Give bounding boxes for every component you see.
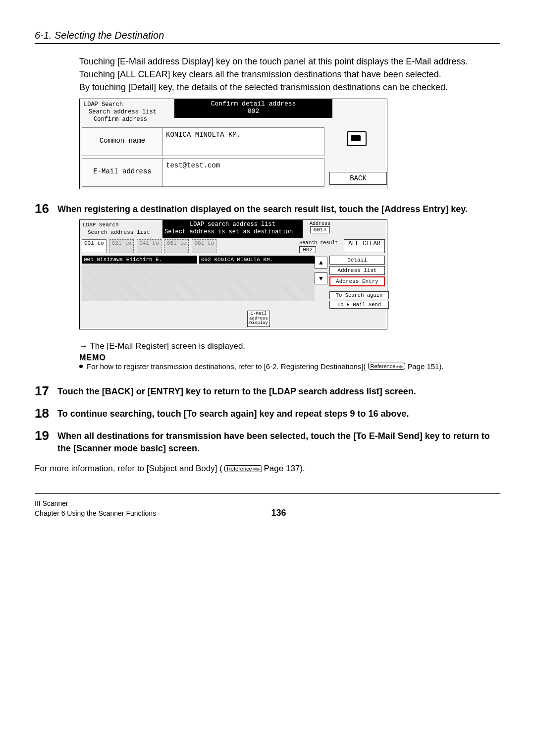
panel1-right: BACK: [326, 125, 387, 189]
footer-l1: III Scanner: [35, 499, 156, 509]
step-19-number: 19: [35, 428, 57, 443]
result-list-filler: [82, 265, 315, 301]
panel2-bottom: E-Mail address Display: [80, 311, 387, 328]
header-rule: [35, 43, 500, 44]
step-16-text: When registering a destination displayed…: [57, 201, 468, 216]
page-btn-041[interactable]: 041 to: [137, 239, 161, 253]
address-entry-button[interactable]: Address Entry: [329, 276, 385, 286]
bc-line-2: Search address list: [84, 108, 170, 116]
step-18: 18 To continue searching, touch [To sear…: [35, 406, 500, 421]
email-value: test@test.com: [163, 159, 324, 186]
step16-result-note: → The [E-Mail Register] screen is displa…: [79, 341, 500, 351]
search-result-label: Search result: [299, 240, 338, 246]
page-btn-061[interactable]: 061 to: [164, 239, 189, 253]
side-buttons: Detail Address list Address Entry To Sea…: [329, 256, 385, 309]
panel1-body: Common name KONICA MINOLTA KM. E-Mail ad…: [80, 125, 387, 189]
final-reference-line: For more information, refer to [Subject …: [35, 464, 500, 474]
common-name-label: Common name: [82, 128, 163, 156]
memo-heading: MEMO: [79, 353, 500, 362]
footer-rule: [35, 493, 500, 494]
section-title: 6-1. Selecting the Destination: [35, 30, 500, 41]
footer-l2: Chapter 6 Using the Scanner Functions: [35, 509, 156, 519]
panel2-header: LDAP Search Search address list LDAP sea…: [80, 220, 387, 238]
panel1-title: Confirm detail address 002: [174, 99, 332, 118]
step-17: 17 Touch the [BACK] or [ENTRY] key to re…: [35, 383, 500, 399]
step-16-number: 16: [35, 201, 57, 216]
common-name-value: KONICA MINOLTA KM.: [163, 128, 324, 156]
memo-text-a: For how to register transmission destina…: [87, 362, 366, 371]
page-btn-081[interactable]: 081 to: [192, 239, 216, 253]
p2-bc-2: Search address list: [83, 229, 160, 236]
result-002[interactable]: 002 KONICA MINOLTA KM.: [199, 256, 315, 264]
panel1-header: LDAP Search Search address list Confirm …: [80, 99, 387, 125]
panel2-title: LDAP search address list Select address …: [162, 220, 303, 238]
result-001[interactable]: 001 Nisizawa Eiichiro E.: [82, 256, 197, 264]
to-search-again-button[interactable]: To Search again: [329, 291, 389, 299]
intro-line-1: Touching [E-Mail address Display] key on…: [79, 56, 468, 66]
final-a: For more information, refer to [Subject …: [35, 464, 222, 474]
step-17-text: Touch the [BACK] or [ENTRY] key to retur…: [57, 383, 416, 398]
detail-button[interactable]: Detail: [329, 256, 385, 265]
address-tag-value: 001#: [310, 226, 330, 233]
panel2-main: 001 Nisizawa Eiichiro E. 002 KONICA MINO…: [80, 255, 387, 311]
panel2-title-1: LDAP search address list: [164, 221, 301, 228]
ldap-list-panel: LDAP Search Search address list LDAP sea…: [79, 219, 387, 329]
panel2-title-2: Select address is set as destination: [164, 228, 301, 236]
intro-line-3: By touching [Detail] key, the details of…: [79, 82, 448, 92]
confirm-detail-panel: LDAP Search Search address list Confirm …: [79, 99, 387, 189]
search-result-block: Search result 002: [299, 239, 338, 253]
scroll-arrows: ▲ ▼: [315, 256, 329, 309]
step-19: 19 When all destinations for transmissio…: [35, 428, 500, 455]
step-18-text: To continue searching, touch [To search …: [57, 406, 409, 420]
result-list: 001 Nisizawa Eiichiro E. 002 KONICA MINO…: [82, 256, 315, 309]
panel1-breadcrumb: LDAP Search Search address list Confirm …: [80, 99, 174, 125]
monitor-icon: [347, 131, 367, 146]
intro-line-2: Touching [ALL CLEAR] key clears all the …: [79, 69, 441, 79]
reference-badge: Reference: [368, 363, 406, 370]
panel1-title-2: 002: [174, 108, 332, 115]
panel2-breadcrumb: LDAP Search Search address list: [80, 220, 162, 237]
panel1-left: Common name KONICA MINOLTA KM. E-Mail ad…: [80, 125, 326, 189]
step-17-number: 17: [35, 383, 57, 399]
page-btn-021[interactable]: 021 to: [109, 239, 134, 253]
all-clear-button[interactable]: ALL CLEAR: [344, 239, 385, 253]
search-result-value: 002: [299, 246, 316, 253]
step-18-number: 18: [35, 406, 57, 421]
scroll-up-icon[interactable]: ▲: [315, 257, 327, 269]
footer-page-number: 136: [271, 508, 286, 518]
to-email-send-button[interactable]: To E-Mail Send: [329, 301, 389, 309]
page-root: 6-1. Selecting the Destination Touching …: [0, 0, 535, 538]
address-tag-label: Address: [303, 221, 337, 226]
step-19-text: When all destinations for transmission h…: [57, 428, 500, 455]
email-label: E-Mail address: [82, 159, 163, 186]
page-footer: III Scanner Chapter 6 Using the Scanner …: [35, 499, 500, 518]
intro-block: Touching [E-Mail address Display] key on…: [79, 55, 500, 94]
reference-badge-2: Reference: [224, 465, 262, 472]
address-tag: Address 001#: [303, 220, 337, 233]
email-row: E-Mail address test@test.com: [82, 158, 324, 187]
footer-left: III Scanner Chapter 6 Using the Scanner …: [35, 499, 156, 518]
p2-bc-1: LDAP Search: [83, 221, 160, 228]
back-button[interactable]: BACK: [329, 172, 387, 185]
address-list-button[interactable]: Address list: [329, 266, 385, 275]
result-row: 001 Nisizawa Eiichiro E. 002 KONICA MINO…: [82, 256, 315, 264]
memo-line: For how to register transmission destina…: [79, 362, 500, 371]
page-btn-001[interactable]: 001 to: [82, 239, 107, 253]
panel1-title-1: Confirm detail address: [174, 100, 332, 108]
email-address-display-button[interactable]: E-Mail address Display: [247, 311, 270, 326]
ldap-list-panel-wrap: LDAP Search Search address list LDAP sea…: [79, 219, 500, 329]
bc-line-3: Confirm address: [84, 116, 170, 123]
common-name-row: Common name KONICA MINOLTA KM.: [82, 127, 324, 156]
bullet-icon: [79, 365, 83, 368]
step-16: 16 When registering a destination displa…: [35, 201, 500, 216]
bc-line-1: LDAP Search: [84, 101, 170, 108]
final-b: Page 137).: [264, 464, 305, 474]
panel2-pages-row: 001 to 021 to 041 to 061 to 081 to Searc…: [80, 238, 387, 255]
memo-text-b: Page 151).: [407, 362, 443, 371]
confirm-detail-panel-wrap: LDAP Search Search address list Confirm …: [79, 99, 500, 189]
scroll-down-icon[interactable]: ▼: [315, 272, 327, 284]
